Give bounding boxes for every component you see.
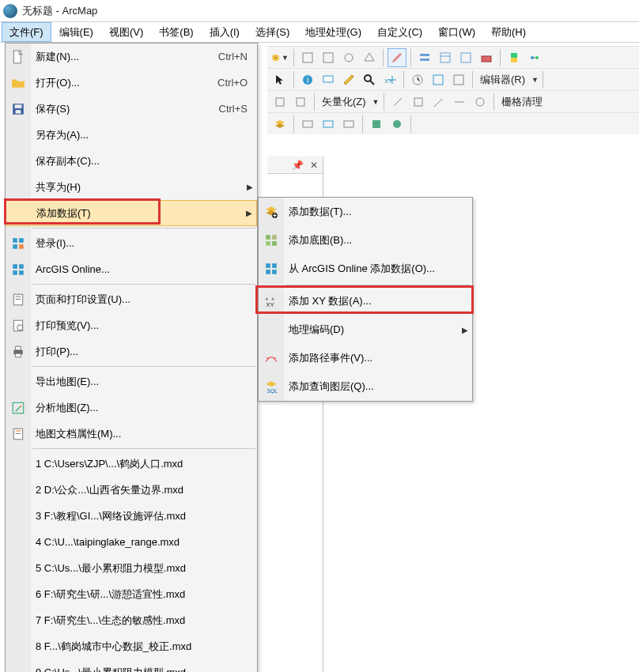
tool-icon[interactable] <box>388 115 406 134</box>
submenu-add-basemap[interactable]: 添加底图(B)... <box>259 226 472 255</box>
tool-icon[interactable] <box>270 92 289 111</box>
find-icon[interactable] <box>360 70 379 89</box>
menu-selection[interactable]: 选择(S) <box>248 22 297 42</box>
toc-icon[interactable] <box>415 48 434 67</box>
info-icon[interactable]: i <box>298 70 317 89</box>
window-icon[interactable] <box>429 70 448 89</box>
properties-icon <box>11 427 25 441</box>
menu-share-as[interactable]: 共享为(H) ▶ <box>6 174 257 200</box>
svg-rect-57 <box>272 263 277 268</box>
tool-icon[interactable] <box>298 115 317 134</box>
submenu-add-from-online[interactable]: 从 ArcGIS Online 添加数据(O)... <box>259 255 472 283</box>
tool-icon[interactable] <box>339 48 358 67</box>
pencil-icon[interactable] <box>388 48 406 67</box>
search-pane-icon[interactable] <box>456 48 475 67</box>
page-setup-icon <box>11 293 25 307</box>
tool-icon[interactable] <box>388 92 407 111</box>
recent-file-item[interactable]: 3 F:\教程\GI...\网络设施评估.mxd <box>6 503 257 529</box>
menu-open[interactable]: 打开(O)... Ctrl+O <box>6 70 257 96</box>
recent-file-item[interactable]: 5 C:\Us...\最小累积阻力模型.mxd <box>6 555 257 581</box>
toolbox-icon[interactable] <box>477 48 496 67</box>
menu-insert[interactable]: 插入(I) <box>202 22 248 42</box>
svg-point-63 <box>267 357 268 359</box>
menu-doc-properties[interactable]: 地图文档属性(M)... <box>6 421 257 447</box>
model-icon[interactable] <box>525 48 544 67</box>
menu-windows[interactable]: 窗口(W) <box>430 22 483 42</box>
html-popup-icon[interactable] <box>319 70 338 89</box>
tool-icon[interactable] <box>471 92 490 111</box>
catalog-icon[interactable] <box>436 48 455 67</box>
recent-file-item[interactable]: 8 F...\鹤岗城市中心数据_校正.mxd <box>6 633 257 659</box>
svg-rect-33 <box>19 244 24 249</box>
python-icon[interactable] <box>505 48 524 67</box>
svg-point-2 <box>345 54 353 62</box>
tool-icon[interactable] <box>409 92 428 111</box>
tool-icon[interactable] <box>360 48 379 67</box>
pointer-icon[interactable] <box>270 70 289 89</box>
menu-customize[interactable]: 自定义(C) <box>369 22 430 42</box>
menu-sign-in[interactable]: 登录(I)... <box>6 230 257 256</box>
menu-analyze-map[interactable]: 分析地图(Z)... <box>6 395 257 421</box>
recent-file-item[interactable]: 7 F:\研究生\...\生态的敏感性.mxd <box>6 607 257 633</box>
window-icon[interactable] <box>449 70 468 89</box>
analyze-icon <box>11 401 25 415</box>
submenu-geocoding[interactable]: 地理编码(D) ▶ <box>259 315 472 344</box>
recent-file-item[interactable]: 6 F:\研究生\研...\游憩适宜性.mxd <box>6 581 257 607</box>
svg-point-25 <box>393 120 401 128</box>
tool-icon[interactable] <box>298 48 317 67</box>
menu-help[interactable]: 帮助(H) <box>483 22 534 42</box>
submenu-add-query-layer[interactable]: SQL 添加查询图层(Q)... <box>259 372 472 401</box>
menu-separator <box>32 228 255 228</box>
route-events-icon <box>264 351 278 365</box>
tool-icon[interactable] <box>319 115 338 134</box>
close-icon[interactable]: ✕ <box>310 160 318 171</box>
add-data-icon[interactable]: ▼ <box>270 48 289 67</box>
menu-export-map[interactable]: 导出地图(E)... <box>6 368 257 395</box>
goto-xy-icon[interactable]: XY <box>380 70 399 89</box>
menu-page-print-setup[interactable]: 页面和打印设置(U)... <box>6 286 257 312</box>
menu-geoprocessing[interactable]: 地理处理(G) <box>297 22 369 42</box>
tool-icon[interactable] <box>367 115 386 134</box>
menu-new[interactable]: 新建(N)... Ctrl+N <box>6 43 257 70</box>
measure-icon[interactable] <box>339 70 358 89</box>
svg-rect-36 <box>13 270 17 275</box>
editor-label[interactable]: 编辑器(R) <box>477 73 528 87</box>
app-icon <box>3 4 17 18</box>
menu-arcgis-online[interactable]: ArcGIS Online... <box>6 256 257 282</box>
vectorize-label[interactable]: 矢量化(Z) <box>319 95 369 109</box>
tool-icon[interactable] <box>319 48 338 67</box>
menu-save[interactable]: 保存(S) Ctrl+S <box>6 96 257 122</box>
menu-print-preview[interactable]: 打印预览(V)... <box>6 312 257 338</box>
recent-file-item[interactable]: 4 C:\U...\taipinglake_range.mxd <box>6 529 257 555</box>
title-bar: 无标题 - ArcMap <box>0 0 639 22</box>
layers-icon[interactable] <box>270 115 289 134</box>
menu-save-copy[interactable]: 保存副本(C)... <box>6 148 257 174</box>
menu-bookmarks[interactable]: 书签(B) <box>151 22 201 42</box>
svg-rect-58 <box>266 270 270 274</box>
tool-icon[interactable] <box>339 115 358 134</box>
tool-icon[interactable] <box>450 92 469 111</box>
time-icon[interactable] <box>408 70 427 89</box>
menu-file[interactable]: 文件(F) <box>2 22 51 42</box>
submenu-add-data[interactable]: 添加数据(T)... <box>259 198 472 226</box>
menu-print[interactable]: 打印(P)... <box>6 338 257 364</box>
submenu-add-xy-data[interactable]: ++XY 添加 XY 数据(A)... <box>259 287 472 315</box>
svg-point-47 <box>20 405 21 406</box>
raster-cleanup-label[interactable]: 栅格清理 <box>498 95 546 109</box>
pencil-icon[interactable] <box>429 92 448 111</box>
submenu-add-route-events[interactable]: 添加路径事件(V)... <box>259 344 472 372</box>
menu-add-data[interactable]: 添加数据(T) ▶ <box>6 200 257 226</box>
tool-icon[interactable] <box>291 92 310 111</box>
recent-file-item[interactable]: 1 C:\Users\ZJP\...\鹤岗人口.mxd <box>6 451 257 477</box>
menu-separator <box>32 366 255 367</box>
new-doc-icon <box>11 50 25 64</box>
recent-file-item[interactable]: 9 C:\Us...\最小累积阻力模型.mxd <box>6 659 257 672</box>
recent-file-item[interactable]: 2 D:\公众...\山西省矢量边界.mxd <box>6 477 257 503</box>
menu-edit[interactable]: 编辑(E) <box>51 22 101 42</box>
menu-save-as[interactable]: 另存为(A)... <box>6 122 257 148</box>
add-data-submenu: 添加数据(T)... 添加底图(B)... 从 ArcGIS Online 添加… <box>258 197 473 402</box>
menu-view[interactable]: 视图(V) <box>101 22 151 42</box>
printer-icon <box>11 345 25 359</box>
svg-point-21 <box>476 98 484 106</box>
pin-icon[interactable]: 📌 <box>292 160 304 171</box>
